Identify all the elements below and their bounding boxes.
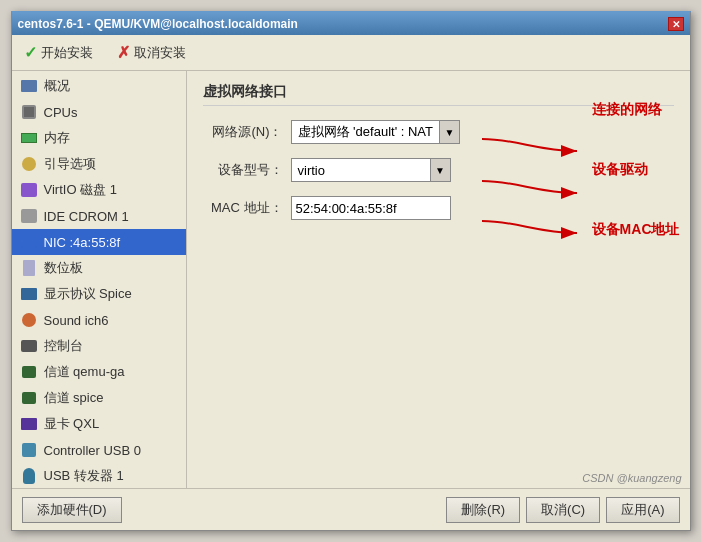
cdrom-icon <box>20 207 38 225</box>
sidebar-item-nic[interactable]: NIC :4a:55:8f <box>12 229 186 255</box>
start-install-label: 开始安装 <box>41 44 93 62</box>
sidebar-item-label: 控制台 <box>44 337 83 355</box>
annotations: 连接的网络 设备驱动 设备MAC地址 <box>592 81 680 239</box>
network-annotation: 连接的网络 <box>592 101 662 119</box>
sidebar-item-overview[interactable]: 概况 <box>12 73 186 99</box>
usb-ctrl-icon <box>20 441 38 459</box>
nic-icon <box>20 233 38 251</box>
main-area: 概况 CPUs 内存 引导选项 VirtIO 磁盘 1 IDE CDROM 1 <box>12 71 690 488</box>
sidebar-item-label: IDE CDROM 1 <box>44 209 129 224</box>
channel-icon <box>20 363 38 381</box>
add-hardware-button[interactable]: 添加硬件(D) <box>22 497 122 523</box>
sidebar-item-virtio-disk[interactable]: VirtIO 磁盘 1 <box>12 177 186 203</box>
main-window: centos7.6-1 - QEMU/KVM@localhost.localdo… <box>11 11 691 531</box>
device-type-select[interactable]: virtio ▼ <box>291 158 451 182</box>
sidebar-item-channel-spice[interactable]: 信道 spice <box>12 385 186 411</box>
mac-input[interactable] <box>291 196 451 220</box>
window-title: centos7.6-1 - QEMU/KVM@localhost.localdo… <box>18 17 298 31</box>
device-type-label: 设备型号： <box>203 161 283 179</box>
close-button[interactable]: ✕ <box>668 17 684 31</box>
toolbar: ✓ 开始安装 ✗ 取消安装 <box>12 35 690 71</box>
sidebar-item-label: Sound ich6 <box>44 313 109 328</box>
sidebar-item-label: NIC :4a:55:8f <box>44 235 121 250</box>
sidebar-item-label: 信道 qemu-ga <box>44 363 125 381</box>
sidebar-item-label: 显卡 QXL <box>44 415 100 433</box>
titlebar: centos7.6-1 - QEMU/KVM@localhost.localdo… <box>12 13 690 35</box>
sidebar-item-label: USB 转发器 1 <box>44 467 124 485</box>
sidebar-item-cpus[interactable]: CPUs <box>12 99 186 125</box>
sidebar-item-label: CPUs <box>44 105 78 120</box>
sidebar-item-label: VirtIO 磁盘 1 <box>44 181 117 199</box>
check-icon: ✓ <box>24 43 37 62</box>
display-icon <box>20 285 38 303</box>
mac-annotation: 设备MAC地址 <box>592 221 680 239</box>
disk-icon <box>20 181 38 199</box>
network-dropdown-arrow[interactable]: ▼ <box>439 121 459 143</box>
apply-button[interactable]: 应用(A) <box>606 497 679 523</box>
network-label: 网络源(N)： <box>203 123 283 141</box>
network-select-value: 虚拟网络 'default' : NAT <box>292 121 439 143</box>
sidebar-item-video-qxl[interactable]: 显卡 QXL <box>12 411 186 437</box>
sidebar-item-tablet[interactable]: 数位板 <box>12 255 186 281</box>
sidebar-item-label: 内存 <box>44 129 70 147</box>
cancel-install-button[interactable]: ✗ 取消安装 <box>113 41 190 64</box>
x-icon: ✗ <box>117 43 130 62</box>
sidebar-item-channel-qemu[interactable]: 信道 qemu-ga <box>12 359 186 385</box>
cancel-button[interactable]: 取消(C) <box>526 497 600 523</box>
sidebar-item-label: 数位板 <box>44 259 83 277</box>
sidebar-item-label: 引导选项 <box>44 155 96 173</box>
channel-spice-icon <box>20 389 38 407</box>
device-type-dropdown-arrow[interactable]: ▼ <box>430 159 450 181</box>
sidebar-item-label: 显示协议 Spice <box>44 285 132 303</box>
tablet-icon <box>20 259 38 277</box>
watermark: CSDN @kuangzeng <box>582 472 681 484</box>
sidebar-item-label: 概况 <box>44 77 70 95</box>
monitor-icon <box>20 77 38 95</box>
sidebar-item-usb1[interactable]: USB 转发器 1 <box>12 463 186 488</box>
sidebar-item-memory[interactable]: 内存 <box>12 125 186 151</box>
device-type-value: virtio <box>292 161 430 180</box>
footer-right: 删除(R) 取消(C) 应用(A) <box>446 497 679 523</box>
boot-icon <box>20 155 38 173</box>
footer: 添加硬件(D) 删除(R) 取消(C) 应用(A) <box>12 488 690 530</box>
driver-annotation: 设备驱动 <box>592 161 648 179</box>
network-select[interactable]: 虚拟网络 'default' : NAT ▼ <box>291 120 460 144</box>
video-icon <box>20 415 38 433</box>
sidebar: 概况 CPUs 内存 引导选项 VirtIO 磁盘 1 IDE CDROM 1 <box>12 71 187 488</box>
sidebar-item-display-spice[interactable]: 显示协议 Spice <box>12 281 186 307</box>
mac-label: MAC 地址： <box>203 199 283 217</box>
ram-icon <box>20 129 38 147</box>
cancel-install-label: 取消安装 <box>134 44 186 62</box>
content-area: 虚拟网络接口 网络源(N)： 虚拟网络 'default' : NAT ▼ 设备… <box>187 71 690 488</box>
sidebar-item-boot[interactable]: 引导选项 <box>12 151 186 177</box>
sidebar-item-usb-ctrl[interactable]: Controller USB 0 <box>12 437 186 463</box>
sidebar-item-label: 信道 spice <box>44 389 104 407</box>
sidebar-item-label: Controller USB 0 <box>44 443 142 458</box>
start-install-button[interactable]: ✓ 开始安装 <box>20 41 97 64</box>
sound-icon <box>20 311 38 329</box>
usb1-icon <box>20 467 38 485</box>
sidebar-item-controller[interactable]: 控制台 <box>12 333 186 359</box>
controller-icon <box>20 337 38 355</box>
footer-left: 添加硬件(D) <box>22 497 122 523</box>
delete-button[interactable]: 删除(R) <box>446 497 520 523</box>
sidebar-item-ide-cdrom[interactable]: IDE CDROM 1 <box>12 203 186 229</box>
sidebar-item-sound[interactable]: Sound ich6 <box>12 307 186 333</box>
cpu-icon <box>20 103 38 121</box>
